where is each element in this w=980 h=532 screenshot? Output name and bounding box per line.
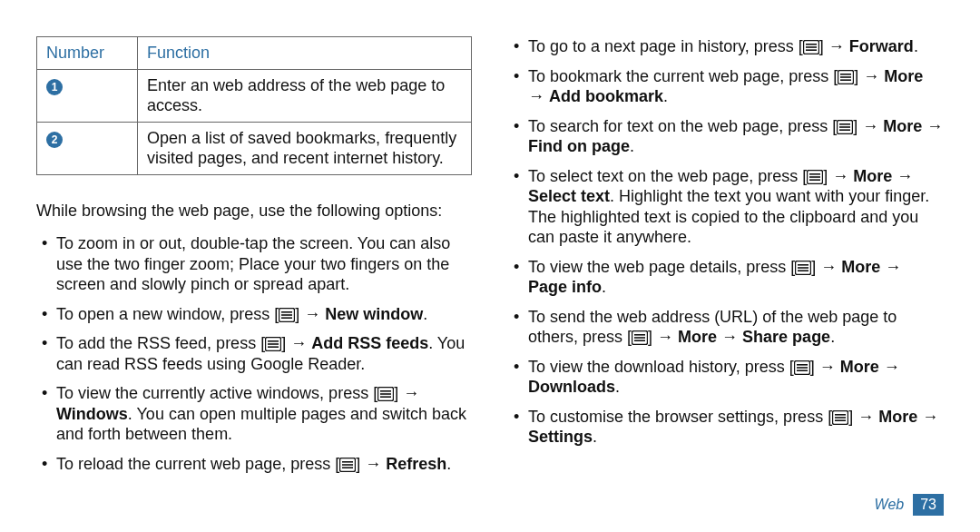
menu-icon bbox=[377, 387, 394, 401]
row1-num-cell: 1 bbox=[37, 69, 138, 122]
bold-text: More bbox=[883, 117, 922, 135]
bold-text: New window bbox=[325, 305, 423, 323]
menu-icon bbox=[279, 308, 295, 322]
svg-rect-15 bbox=[342, 467, 353, 468]
footer-page-number: 73 bbox=[913, 494, 944, 516]
svg-rect-34 bbox=[798, 267, 808, 269]
left-options-list: To zoom in or out, double-tap the screen… bbox=[36, 233, 472, 474]
svg-rect-29 bbox=[809, 173, 820, 175]
menu-icon bbox=[832, 410, 848, 425]
svg-rect-42 bbox=[797, 367, 808, 369]
menu-icon bbox=[265, 337, 281, 351]
svg-rect-27 bbox=[839, 129, 850, 131]
svg-rect-13 bbox=[342, 461, 353, 463]
svg-rect-17 bbox=[806, 44, 817, 45]
bold-text: Select text bbox=[528, 187, 610, 205]
header-number: Number bbox=[37, 37, 138, 70]
row1-func: Enter an web address of the web page to … bbox=[138, 69, 472, 122]
page: Number Function 1 Enter an web address o… bbox=[0, 0, 980, 532]
list-item: To search for text on the web page, pres… bbox=[528, 116, 944, 157]
svg-rect-46 bbox=[835, 417, 846, 419]
svg-rect-38 bbox=[634, 337, 645, 339]
svg-rect-35 bbox=[798, 270, 808, 271]
bold-text: Refresh bbox=[386, 455, 446, 473]
list-item: To view the web page details, press [] →… bbox=[528, 257, 944, 298]
menu-icon bbox=[632, 330, 648, 345]
svg-rect-47 bbox=[835, 419, 846, 421]
bold-text: Add bookmark bbox=[549, 87, 663, 105]
list-item: To view the download history, press [] →… bbox=[528, 357, 944, 398]
svg-rect-25 bbox=[839, 123, 850, 125]
menu-icon bbox=[838, 70, 854, 84]
menu-icon bbox=[795, 261, 811, 275]
bold-text: Forward bbox=[849, 37, 914, 55]
svg-rect-43 bbox=[797, 369, 808, 371]
list-item: To send the web address (URL) of the web… bbox=[528, 307, 944, 348]
svg-rect-19 bbox=[806, 49, 817, 51]
svg-rect-10 bbox=[380, 393, 391, 395]
svg-rect-7 bbox=[268, 346, 279, 348]
svg-rect-41 bbox=[797, 364, 808, 366]
svg-rect-30 bbox=[809, 176, 820, 178]
bold-text: Downloads bbox=[528, 378, 615, 396]
svg-rect-26 bbox=[839, 126, 850, 128]
footer-section: Web bbox=[875, 496, 905, 514]
menu-icon bbox=[803, 40, 819, 54]
row2-func: Open a list of saved bookmarks, frequent… bbox=[138, 122, 472, 174]
svg-rect-37 bbox=[634, 334, 645, 336]
svg-rect-3 bbox=[281, 317, 292, 319]
svg-rect-22 bbox=[840, 76, 851, 78]
list-item: To view the currently active windows, pr… bbox=[56, 383, 472, 445]
list-item: To go to a next page in history, press [… bbox=[528, 36, 944, 57]
bold-text: Settings bbox=[528, 428, 593, 446]
list-item: To zoom in or out, double-tap the screen… bbox=[56, 233, 472, 295]
number-badge: 1 bbox=[46, 79, 63, 95]
bold-text: More bbox=[841, 258, 880, 276]
svg-rect-2 bbox=[281, 314, 292, 316]
svg-rect-33 bbox=[798, 264, 808, 266]
svg-rect-23 bbox=[840, 79, 851, 81]
list-item: To reload the current web page, press []… bbox=[56, 454, 472, 475]
list-item: To open a new window, press [] → New win… bbox=[56, 304, 472, 325]
svg-rect-6 bbox=[268, 343, 279, 345]
bold-text: Add RSS feeds bbox=[311, 334, 428, 352]
bold-text: Page info bbox=[528, 278, 602, 296]
menu-icon bbox=[794, 360, 810, 375]
bold-text: More bbox=[678, 328, 717, 346]
list-item: To customise the browser settings, press… bbox=[528, 407, 944, 448]
svg-rect-9 bbox=[380, 390, 391, 392]
right-column: To go to a next page in history, press [… bbox=[508, 36, 944, 523]
bold-text: More bbox=[878, 408, 917, 426]
row2-num-cell: 2 bbox=[37, 122, 138, 174]
table-row: 2 Open a list of saved bookmarks, freque… bbox=[37, 122, 472, 174]
list-item: To bookmark the current web page, press … bbox=[528, 66, 944, 107]
svg-rect-11 bbox=[380, 396, 391, 398]
svg-rect-21 bbox=[840, 74, 851, 75]
svg-rect-1 bbox=[281, 311, 292, 313]
lead-text: While browsing the web page, use the fol… bbox=[36, 201, 472, 222]
function-table: Number Function 1 Enter an web address o… bbox=[36, 36, 472, 175]
bold-text: Windows bbox=[56, 405, 128, 423]
svg-rect-18 bbox=[806, 46, 817, 48]
menu-icon bbox=[837, 120, 853, 134]
table-header-row: Number Function bbox=[37, 37, 472, 70]
menu-icon bbox=[807, 170, 823, 184]
svg-rect-31 bbox=[809, 179, 820, 181]
bold-text: More bbox=[840, 358, 879, 376]
bold-text: Share page bbox=[742, 328, 830, 346]
svg-rect-14 bbox=[342, 464, 353, 466]
list-item: To add the RSS feed, press [] → Add RSS … bbox=[56, 333, 472, 374]
bold-text: More bbox=[853, 167, 892, 185]
bold-text: More bbox=[884, 67, 923, 85]
svg-rect-45 bbox=[835, 414, 846, 416]
bold-text: Find on page bbox=[528, 137, 630, 155]
page-footer: Web 73 bbox=[875, 494, 944, 516]
header-function: Function bbox=[138, 37, 472, 70]
svg-rect-39 bbox=[634, 340, 645, 341]
menu-icon bbox=[339, 458, 356, 472]
svg-rect-5 bbox=[268, 340, 279, 342]
table-row: 1 Enter an web address of the web page t… bbox=[37, 69, 472, 122]
left-column: Number Function 1 Enter an web address o… bbox=[36, 36, 472, 523]
list-item: To select text on the web page, press []… bbox=[528, 166, 944, 248]
right-options-list: To go to a next page in history, press [… bbox=[508, 36, 944, 448]
